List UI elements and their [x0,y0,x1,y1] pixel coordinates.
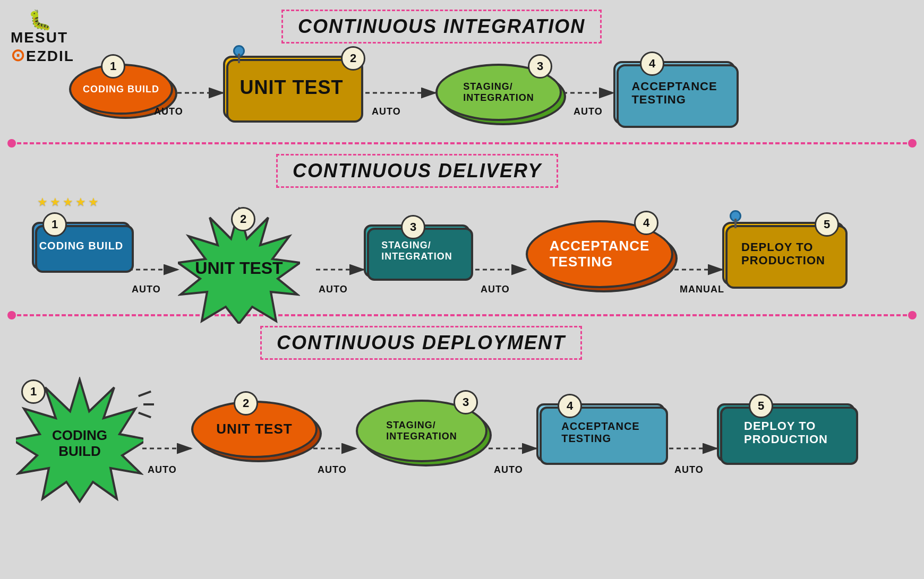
cdeploy-badge-3: 3 [454,390,478,414]
cdeploy-badge-2: 2 [234,391,258,416]
divider-2 [0,314,924,316]
ci-header: CONTINUOUS INTEGRATION [281,10,602,44]
ci-step1-label: CODING BUILD [83,84,159,95]
cd-step3: 3 STAGING/INTEGRATION [364,224,470,278]
logo-name: MESUT⊙EZDIL [11,30,69,65]
ci-badge-1: 1 [101,54,125,79]
cd-arrow-label-4: MANUAL [680,284,724,295]
cd-step1: 1 ★★★★★ CODING BUILD [32,222,131,270]
ci-badge-3: 3 [528,54,552,79]
ci-step2-label: UNIT TEST [240,76,344,98]
cdeploy-step4: 4 ACCEPTANCETESTING [536,403,665,462]
cd-arrow-label-1: AUTO [132,284,161,295]
cd-step2: 2 UNIT TEST [178,207,300,326]
ci-step3: 3 STAGING/INTEGRATION [435,64,563,122]
svg-text:BUILD: BUILD [58,443,100,459]
logo-bug-icon: 🐛 [11,11,69,30]
cdeploy-step3-label: STAGING/INTEGRATION [386,420,457,442]
cd-header: CONTINUOUS DELIVERY [276,154,558,188]
cd-step4: 4 ACCEPTANCETESTING [526,220,674,289]
cdeploy-step2: 2 UNIT TEST [191,401,319,459]
cd-step4-label: ACCEPTANCETESTING [550,238,650,270]
ci-title: CONTINUOUS INTEGRATION [298,15,585,37]
ci-arrow-label-2: AUTO [372,106,401,117]
cdeploy-step4-label: ACCEPTANCETESTING [561,420,639,445]
cd-step1-label: CODING BUILD [39,240,124,252]
cd-badge-4: 4 [634,211,658,235]
cdeploy-arrow-label-4: AUTO [674,464,704,476]
cdeploy-step2-label: UNIT TEST [216,421,292,437]
cdeploy-step5-label: DEPLOY TOPRODUCTION [744,419,828,446]
cd-arrow-label-2: AUTO [319,284,348,295]
ci-badge-2: 2 [341,46,365,71]
cd-title: CONTINUOUS DELIVERY [293,160,542,182]
cdeploy-arrow-label-1: AUTO [148,464,177,476]
ci-arrow-label-1: AUTO [154,106,183,117]
cdeploy-step1: 1 CODING BUILD [16,377,143,506]
cdeploy-title: CONTINUOUS DEPLOYMENT [277,332,566,353]
cd-badge-5: 5 [815,212,839,237]
ci-arrow-label-3: AUTO [574,106,603,117]
ci-step3-label: STAGING/INTEGRATION [463,81,534,103]
ci-step4-label: ACCEPTANCETESTING [631,80,717,107]
cdeploy-arrow-label-3: AUTO [494,464,523,476]
cdeploy-badge-5: 5 [749,394,773,418]
svg-text:UNIT TEST: UNIT TEST [195,258,283,278]
cd-badge-1: 1 [42,212,67,237]
ci-step2: 2 UNIT TEST [223,56,360,119]
cdeploy-badge-1: 1 [21,379,46,404]
logo: 🐛 MESUT⊙EZDIL [11,11,69,65]
cd-badge-2: 2 [231,207,255,231]
cd-stars: ★★★★★ [37,195,99,209]
ci-badge-4: 4 [640,51,664,76]
cd-step3-label: STAGING/INTEGRATION [381,240,452,262]
cdeploy-step3: 3 STAGING/INTEGRATION [356,400,489,463]
cd-arrow-label-3: AUTO [481,284,510,295]
cd-step5-label: DEPLOY TOPRODUCTION [741,240,825,267]
cdeploy-arrow-label-2: AUTO [318,464,347,476]
cdeploy-badge-4: 4 [558,394,582,418]
cd-badge-3: 3 [401,215,425,239]
cdeploy-header: CONTINUOUS DEPLOYMENT [260,326,582,360]
cd-step5: 5 DEPLOY TOPRODUCTION [722,222,844,286]
svg-text:CODING: CODING [52,427,107,443]
cdeploy-step5: 5 DEPLOY TOPRODUCTION [717,403,855,462]
ci-step4: 4 ACCEPTANCETESTING [613,61,735,125]
divider-1 [0,142,924,144]
